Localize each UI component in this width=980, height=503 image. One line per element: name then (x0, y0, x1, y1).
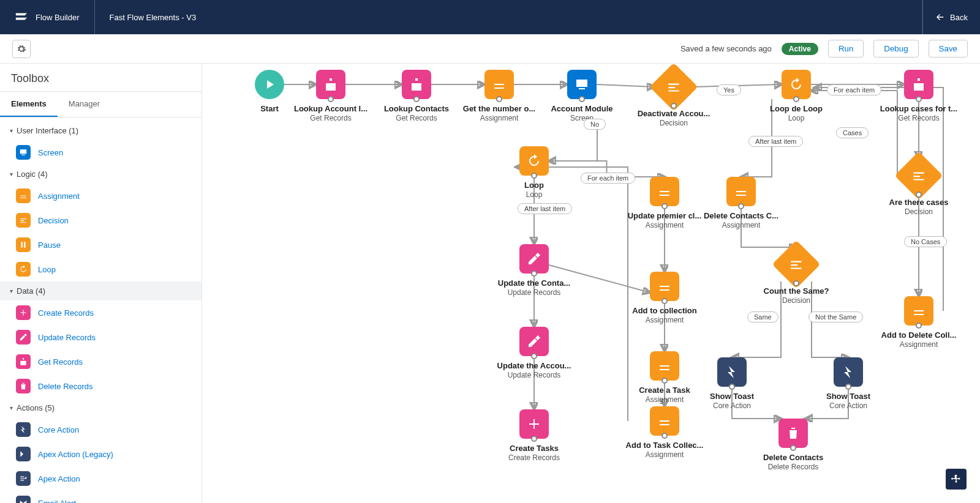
connection-point[interactable] (531, 173, 537, 179)
flow-node-lookupCases[interactable]: Lookup cases for t...Get Records (876, 70, 962, 122)
save-button[interactable]: Save (929, 40, 968, 58)
element-item[interactable]: Loop (0, 257, 202, 281)
tab-elements[interactable]: Elements (0, 92, 58, 117)
flow-node-showToast1[interactable]: Show ToastCore Action (689, 357, 775, 410)
connection-point[interactable] (328, 96, 334, 102)
connection-point[interactable] (531, 270, 537, 277)
action-icon (16, 422, 31, 437)
node-subtitle: Assignment (646, 316, 684, 324)
flow-node-areCases[interactable]: Are there casesDecision (876, 158, 962, 216)
element-item[interactable]: Update Records (0, 325, 202, 349)
run-button[interactable]: Run (828, 40, 864, 58)
flow-node-acctModule[interactable]: Account ModuleScreen (539, 70, 625, 122)
delete-icon (16, 379, 31, 393)
update-icon (16, 330, 31, 345)
flow-builder-icon (15, 10, 28, 25)
connection-point[interactable] (845, 384, 851, 390)
flow-canvas[interactable]: StartLookup Account I...Get RecordsLooku… (202, 64, 980, 503)
connection-point[interactable] (916, 322, 922, 329)
element-item[interactable]: Email Alert (0, 491, 202, 503)
connection-point[interactable] (790, 445, 796, 451)
connection-point[interactable] (916, 192, 922, 198)
connection-point[interactable] (671, 103, 677, 109)
flow-node-loopDeLoop[interactable]: Loop de LoopLoop (753, 70, 839, 122)
node-subtitle: Assignment (480, 114, 519, 122)
element-label: Loop (38, 265, 56, 274)
flow-node-updatePremier[interactable]: Update premier cl...Assignment (622, 177, 707, 229)
flow-node-addTaskColl[interactable]: Add to Task Collec...Assignment (622, 406, 707, 459)
node-subtitle: Assignment (646, 221, 684, 229)
tab-manager[interactable]: Manager (58, 92, 111, 117)
flow-node-loop2[interactable]: LoopLoop (491, 146, 577, 199)
connection-point[interactable] (738, 203, 744, 209)
flow-node-deleteContactsC[interactable]: Delete Contacts C...Assignment (698, 177, 784, 229)
settings-button[interactable] (12, 40, 31, 58)
flow-node-showToast2[interactable]: Show ToastCore Action (805, 357, 891, 410)
category-header[interactable]: ▾Data (4) (0, 281, 202, 300)
connection-point[interactable] (662, 378, 668, 384)
gear-icon (17, 44, 26, 54)
node-title: Delete Contacts C... (704, 211, 778, 220)
connection-point[interactable] (496, 96, 502, 102)
flow-node-getNumber[interactable]: Get the number o...Assignment (456, 70, 542, 122)
flow-node-deleteContacts[interactable]: Delete ContactsDelete Records (750, 419, 836, 471)
connection-point[interactable] (729, 384, 735, 390)
connection-point[interactable] (531, 353, 537, 359)
element-item[interactable]: Create Records (0, 300, 202, 325)
flow-node-lookupAcct[interactable]: Lookup Account I...Get Records (288, 70, 374, 122)
flow-node-addDelColl[interactable]: Add to Delete Coll...Assignment (876, 296, 962, 349)
debug-button[interactable]: Debug (873, 40, 918, 58)
flow-node-deactivate[interactable]: Deactivate Accou...Decision (631, 70, 717, 127)
brand-area: Flow Builder (0, 0, 95, 34)
flow-node-createTasks[interactable]: Create TasksCreate Records (491, 409, 577, 462)
connection-point[interactable] (916, 96, 922, 102)
connection-point[interactable] (662, 433, 668, 439)
element-label: Assignment (38, 192, 80, 201)
pan-button[interactable] (946, 469, 967, 490)
flow-node-updateContacts[interactable]: Update the Conta...Update Records (491, 244, 577, 297)
category-header[interactable]: ▾Logic (4) (0, 165, 202, 184)
element-item[interactable]: Apex Action (Legacy) (0, 442, 202, 466)
element-item[interactable]: Pause (0, 233, 202, 257)
category-label: Actions (5) (17, 403, 55, 412)
node-title: Lookup cases for t... (880, 104, 957, 113)
element-item[interactable]: Apex Action (0, 466, 202, 491)
node-title: Create Tasks (510, 444, 559, 453)
edge-label: For each item (581, 173, 635, 184)
element-label: Get Records (38, 357, 83, 367)
connection-point[interactable] (662, 203, 668, 209)
element-item[interactable]: Assignment (0, 184, 202, 208)
status-pill: Active (782, 43, 818, 55)
connection-point[interactable] (579, 96, 585, 102)
category-header[interactable]: ▾Actions (5) (0, 398, 202, 417)
category-header[interactable]: ▾User Interface (1) (0, 121, 202, 140)
element-label: Pause (38, 240, 61, 250)
flow-node-lookupContacts[interactable]: Lookup ContactsGet Records (374, 70, 459, 122)
node-subtitle: Assignment (900, 340, 938, 349)
connection-point[interactable] (531, 436, 537, 442)
element-item[interactable]: Screen (0, 140, 202, 165)
back-button[interactable]: Back (922, 0, 980, 34)
apex-icon (16, 447, 31, 461)
top-bar: Flow Builder Fast Flow Elements - V3 Bac… (0, 0, 980, 34)
element-label: Screen (38, 148, 63, 157)
element-item[interactable]: Core Action (0, 417, 202, 442)
node-subtitle: Get Records (396, 114, 437, 122)
element-item[interactable]: Decision (0, 208, 202, 233)
chevron-down-icon: ▾ (10, 127, 13, 134)
node-title: Add to Task Collec... (626, 441, 704, 450)
connection-point[interactable] (793, 96, 799, 102)
assignment-icon (16, 188, 31, 203)
flow-node-updateAccount[interactable]: Update the Accou...Update Records (491, 327, 577, 379)
toolbar: Saved a few seconds ago Active Run Debug… (0, 34, 980, 64)
node-title: Update the Accou... (497, 361, 571, 370)
element-item[interactable]: Delete Records (0, 374, 202, 398)
flow-node-countSame[interactable]: Count the Same?Decision (753, 247, 839, 305)
element-item[interactable]: Get Records (0, 349, 202, 374)
node-title: Update premier cl... (628, 211, 702, 220)
connection-point[interactable] (662, 298, 668, 304)
connection-point[interactable] (413, 96, 420, 102)
flow-node-addToColl[interactable]: Add to collectionAssignment (622, 272, 707, 324)
connection-point[interactable] (793, 280, 799, 286)
element-label: Delete Records (38, 382, 93, 391)
